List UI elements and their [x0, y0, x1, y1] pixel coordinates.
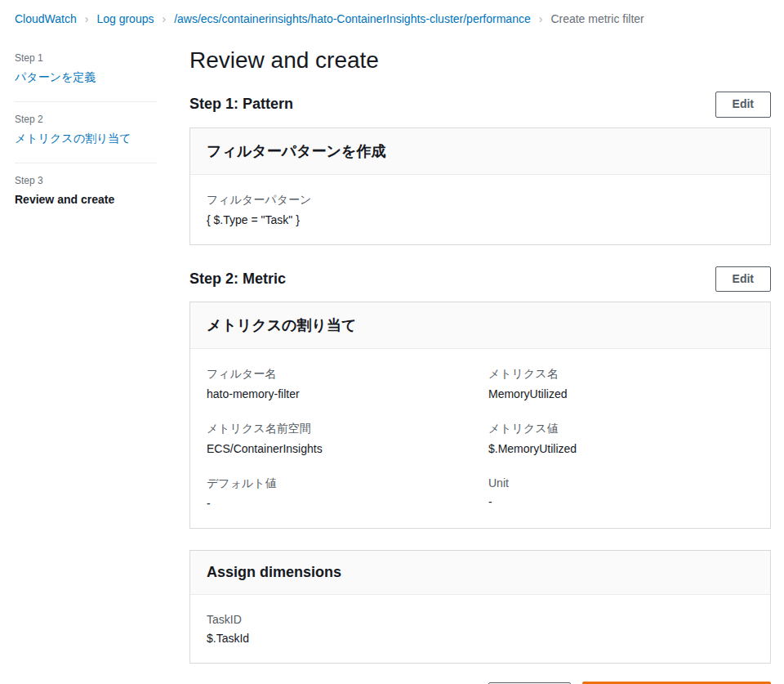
dimensions-card-title: Assign dimensions	[190, 551, 770, 595]
metric-value-label: メトリクス値	[488, 422, 754, 436]
sidebar-step-3-label: Review and create	[15, 193, 114, 206]
breadcrumb: CloudWatch › Log groups › /aws/ecs/conta…	[0, 0, 784, 36]
metric-namespace-field: メトリクス名前空間 ECS/ContainerInsights	[207, 422, 472, 455]
wizard-steps-nav: Step 1 パターンを定義 Step 2 メトリクスの割り当て Step 3 …	[0, 36, 189, 223]
unit-field: Unit -	[488, 476, 754, 510]
edit-pattern-button[interactable]: Edit	[715, 92, 771, 118]
breadcrumb-separator-icon: ›	[539, 12, 543, 25]
metric-name-value: MemoryUtilized	[488, 387, 754, 400]
edit-metric-button[interactable]: Edit	[715, 266, 771, 293]
filter-pattern-value: { $.Type = "Task" }	[207, 213, 754, 226]
sidebar-step-3-current: Step 3 Review and create	[15, 163, 157, 223]
wizard-actions: Cancel Previous メトリクスフィルターを作成	[189, 678, 771, 684]
metric-name-label: メトリクス名	[488, 367, 754, 382]
default-value-label: デフォルト値	[207, 476, 472, 491]
metric-namespace-label: メトリクス名前空間	[207, 422, 472, 436]
breadcrumb-link-log-group-path[interactable]: /aws/ecs/containerinsights/hato-Containe…	[174, 12, 531, 25]
filter-name-field: フィルター名 hato-memory-filter	[207, 367, 472, 400]
metric-value-field: メトリクス値 $.MemoryUtilized	[488, 422, 754, 455]
dimensions-card: Assign dimensions TaskID $.TaskId	[189, 550, 771, 664]
sidebar-step-1: Step 1 パターンを定義	[15, 41, 157, 102]
breadcrumb-current-page: Create metric filter	[550, 12, 644, 25]
filter-name-label: フィルター名	[207, 367, 472, 382]
metric-section-heading: Step 2: Metric	[189, 270, 286, 288]
metric-namespace-value: ECS/ContainerInsights	[207, 442, 472, 455]
taskid-dimension-value: $.TaskId	[207, 632, 754, 645]
step-1-number: Step 1	[15, 52, 157, 64]
page-layout: Step 1 パターンを定義 Step 2 メトリクスの割り当て Step 3 …	[0, 36, 784, 684]
pattern-section-heading: Step 1: Pattern	[189, 96, 293, 113]
metric-card: メトリクスの割り当て フィルター名 hato-memory-filter メトリ…	[189, 302, 771, 529]
metric-value-value: $.MemoryUtilized	[488, 442, 754, 455]
default-value-field: デフォルト値 -	[207, 476, 472, 510]
unit-value: -	[488, 495, 754, 508]
breadcrumb-separator-icon: ›	[85, 12, 89, 25]
page-title: Review and create	[189, 47, 771, 74]
breadcrumb-link-cloudwatch[interactable]: CloudWatch	[15, 12, 77, 25]
taskid-dimension-label: TaskID	[207, 613, 754, 626]
main-content: Review and create Step 1: Pattern Edit フ…	[189, 36, 784, 684]
sidebar-step-2-link[interactable]: メトリクスの割り当て	[15, 132, 131, 146]
filter-pattern-label: フィルターパターン	[207, 193, 754, 208]
unit-label: Unit	[488, 476, 754, 490]
sidebar-step-2: Step 2 メトリクスの割り当て	[15, 102, 157, 163]
metric-card-title: メトリクスの割り当て	[190, 302, 770, 349]
pattern-card: フィルターパターンを作成 フィルターパターン { $.Type = "Task"…	[189, 127, 771, 245]
sidebar-step-1-link[interactable]: パターンを定義	[15, 70, 96, 85]
review-section-pattern: Step 1: Pattern Edit フィルターパターンを作成 フィルターパ…	[189, 92, 771, 245]
pattern-card-title: フィルターパターンを作成	[190, 128, 770, 175]
filter-name-value: hato-memory-filter	[207, 387, 472, 400]
step-3-number: Step 3	[15, 175, 157, 186]
taskid-dimension-field: TaskID $.TaskId	[207, 613, 754, 645]
filter-pattern-field: フィルターパターン { $.Type = "Task" }	[207, 193, 754, 226]
breadcrumb-separator-icon: ›	[162, 12, 166, 25]
review-section-metric: Step 2: Metric Edit メトリクスの割り当て フィルター名 ha…	[189, 266, 771, 530]
default-value-value: -	[207, 497, 472, 510]
step-2-number: Step 2	[15, 114, 157, 125]
breadcrumb-link-log-groups[interactable]: Log groups	[96, 12, 154, 25]
metric-name-field: メトリクス名 MemoryUtilized	[488, 367, 754, 400]
